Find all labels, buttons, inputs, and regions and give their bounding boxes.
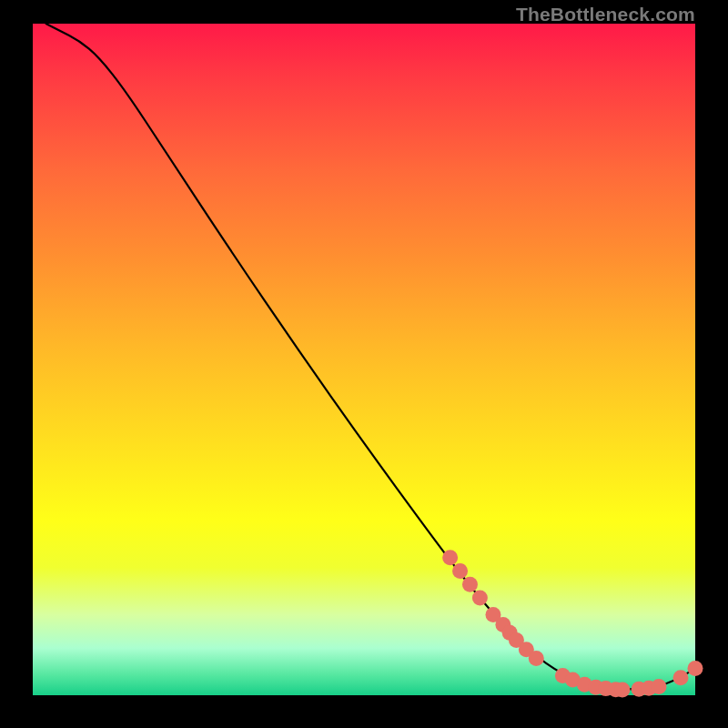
chart-svg — [33, 24, 695, 695]
data-marker — [442, 550, 458, 565]
data-marker — [472, 590, 488, 605]
data-marker — [614, 682, 630, 698]
data-marker — [651, 679, 666, 694]
data-marker — [672, 670, 688, 685]
data-marker — [529, 651, 544, 666]
data-markers — [442, 550, 703, 697]
chart-frame: TheBottleneck.com — [0, 0, 728, 728]
data-marker — [688, 661, 703, 676]
plot-area — [33, 24, 695, 695]
data-marker — [452, 563, 468, 579]
bottleneck-curve — [46, 24, 695, 689]
data-marker — [462, 577, 478, 592]
attribution-label: TheBottleneck.com — [516, 4, 695, 25]
